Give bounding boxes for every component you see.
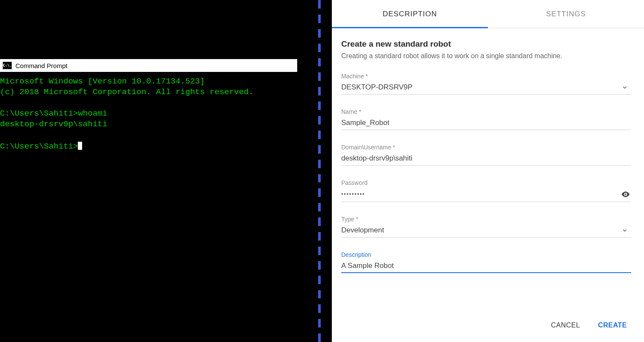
field-description: Description	[341, 251, 631, 273]
type-select[interactable]	[341, 226, 621, 235]
robot-form-pane: DESCRIPTION SETTINGS Create a new standa…	[332, 0, 644, 342]
cmd-line: Microsoft Windows [Version 10.0.17134.52…	[0, 77, 205, 86]
command-prompt-title: Command Prompt	[15, 62, 68, 69]
cancel-button[interactable]: CANCEL	[549, 319, 582, 332]
field-password: Password	[341, 179, 631, 202]
name-label: Name *	[341, 108, 631, 115]
password-input[interactable]	[341, 191, 621, 197]
chevron-down-icon[interactable]	[621, 226, 631, 234]
field-machine: Machine *	[341, 73, 631, 95]
domain-username-input[interactable]	[341, 154, 631, 163]
command-prompt-titlebar: C:\. Command Prompt	[0, 59, 297, 72]
command-prompt-icon: C:\.	[3, 62, 12, 69]
cmd-prompt: C:\Users\Sahiti>	[0, 142, 78, 151]
form-subtitle: Creating a standard robot allows it to w…	[341, 52, 631, 60]
type-label: Type *	[341, 216, 631, 223]
field-name: Name *	[341, 108, 631, 130]
form-title: Create a new standard robot	[341, 39, 631, 49]
description-input[interactable]	[341, 262, 631, 270]
tab-bar: DESCRIPTION SETTINGS	[332, 0, 644, 28]
cursor-icon	[78, 142, 82, 150]
domain-username-label: Domain\Username *	[341, 144, 631, 151]
cmd-line: C:\Users\Sahiti>whoami	[0, 109, 107, 118]
vertical-divider	[318, 0, 321, 342]
cmd-line: desktop-drsrv9p\sahiti	[0, 119, 107, 129]
name-input[interactable]	[341, 119, 631, 127]
form-actions: CANCEL CREATE	[332, 310, 644, 342]
command-prompt-pane: C:\. Command Prompt Microsoft Windows [V…	[0, 0, 332, 342]
description-label: Description	[341, 251, 631, 258]
machine-select[interactable]	[341, 83, 621, 92]
machine-label: Machine *	[341, 73, 631, 80]
form-area: Create a new standard robot Creating a s…	[332, 28, 644, 310]
command-prompt-output[interactable]: Microsoft Windows [Version 10.0.17134.52…	[0, 76, 297, 152]
tab-description[interactable]: DESCRIPTION	[332, 0, 488, 28]
tab-settings[interactable]: SETTINGS	[488, 0, 644, 28]
eye-icon[interactable]	[621, 190, 631, 199]
cmd-line: (c) 2018 Microsoft Corporation. All righ…	[0, 87, 254, 97]
field-domain-username: Domain\Username *	[341, 144, 631, 166]
password-label: Password	[341, 179, 631, 186]
create-button[interactable]: CREATE	[596, 319, 629, 332]
chevron-down-icon[interactable]	[621, 83, 631, 91]
field-type: Type *	[341, 216, 631, 238]
